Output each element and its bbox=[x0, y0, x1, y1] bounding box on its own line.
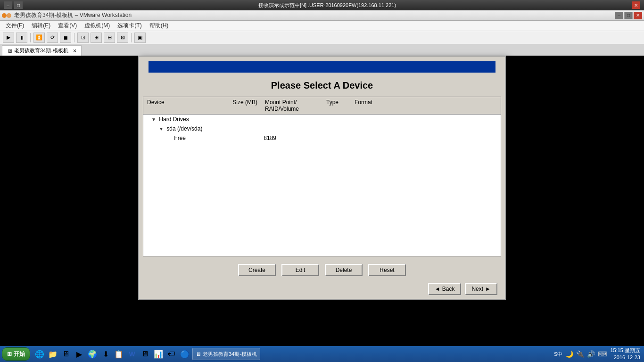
toolbar-btn-10[interactable]: ▣ bbox=[134, 33, 146, 43]
clock[interactable]: 15:15 星期五 2016-12-23 bbox=[610, 347, 640, 362]
clock-date: 2016-12-23 bbox=[610, 354, 640, 361]
moon-icon[interactable]: 🌙 bbox=[565, 350, 573, 358]
taskbar-ie-icon[interactable]: 🌐 bbox=[34, 348, 45, 360]
keyboard-icon[interactable]: ⌨ bbox=[598, 350, 607, 358]
toolbar-separator-3 bbox=[131, 33, 132, 42]
hard-drives-label: ▼ Hard Drives bbox=[147, 116, 232, 123]
toolbar-btn-5[interactable]: ⏹ bbox=[60, 33, 71, 43]
taskbar-chrome-icon[interactable]: 🌍 bbox=[87, 348, 98, 360]
taskbar-word-icon[interactable]: W bbox=[126, 348, 138, 360]
network-icon[interactable]: 🔌 bbox=[576, 350, 584, 358]
vm-content: Please Select A Device Device Size (MB) … bbox=[0, 56, 644, 346]
col-header-size: Size (MB) bbox=[228, 99, 261, 112]
toolbar-separator-1 bbox=[30, 33, 31, 42]
delete-button[interactable]: Delete bbox=[325, 264, 363, 276]
back-button[interactable]: ◄ Back bbox=[428, 283, 462, 295]
taskbar-chart-icon[interactable]: 📊 bbox=[153, 348, 164, 360]
device-table-body: ▼ Hard Drives ▼ sda (/dev/sda) bbox=[143, 115, 501, 256]
free-size: 8189 bbox=[247, 135, 280, 141]
toolbar-btn-1[interactable]: ▶ bbox=[3, 33, 14, 43]
taskbar-download-icon[interactable]: ⬇ bbox=[100, 348, 111, 360]
taskbar-active-item[interactable]: 🖥 老男孩教育34期-模板机 bbox=[192, 348, 260, 360]
tree-row-free[interactable]: ▶ Free 8189 bbox=[143, 133, 501, 143]
device-dialog: Please Select A Device Device Size (MB) … bbox=[138, 56, 506, 300]
toolbar-btn-2[interactable]: ⏸ bbox=[16, 33, 27, 43]
toolbar-btn-4[interactable]: ⟳ bbox=[47, 33, 58, 43]
next-button[interactable]: Next ► bbox=[465, 283, 497, 295]
menu-view[interactable]: 查看(V) bbox=[54, 21, 81, 31]
windows-logo-icon: ⊞ bbox=[7, 351, 12, 357]
device-table-header: Device Size (MB) Mount Point/ RAID/Volum… bbox=[143, 97, 501, 115]
toolbar-btn-8[interactable]: ⊟ bbox=[104, 33, 115, 43]
toolbar-btn-6[interactable]: ⊡ bbox=[77, 33, 89, 43]
start-button[interactable]: ⊞ 开始 bbox=[2, 347, 30, 361]
menu-bar: 文件(F) 编辑(E) 查看(V) 虚拟机(M) 选项卡(T) 帮助(H) bbox=[0, 21, 644, 31]
col-header-device: Device bbox=[143, 99, 228, 112]
back-arrow-icon: ◄ bbox=[435, 286, 440, 292]
vmware-win-controls: – □ ✕ bbox=[615, 12, 642, 19]
shurufa-icon[interactable]: S中 bbox=[554, 351, 562, 358]
tab-vm[interactable]: 🖥 老男孩教育34期-模板机 × bbox=[2, 45, 82, 56]
toolbar-separator-2 bbox=[74, 33, 74, 42]
vmware-logo bbox=[2, 12, 11, 19]
col-header-mount: Mount Point/ RAID/Volume bbox=[261, 99, 322, 112]
dialog-buttons: Create Edit Delete Reset bbox=[139, 260, 505, 281]
taskbar-tag-icon[interactable]: 🏷 bbox=[166, 348, 177, 360]
titlebar-text: 接收演示或示范中[N] .USER-20160920FW(192.168.11.… bbox=[23, 2, 632, 9]
taskbar-media-icon[interactable]: ▶ bbox=[74, 348, 85, 360]
toolbar-btn-9[interactable]: ⊠ bbox=[117, 33, 128, 43]
titlebar-maximize-btn[interactable]: □ bbox=[14, 1, 23, 9]
main-area: Please Select A Device Device Size (MB) … bbox=[0, 56, 644, 346]
next-arrow-icon: ► bbox=[485, 286, 491, 292]
menu-edit[interactable]: 编辑(E) bbox=[28, 21, 54, 31]
volume-icon[interactable]: 🔊 bbox=[587, 350, 595, 358]
titlebar-close-btn[interactable]: ✕ bbox=[632, 1, 640, 9]
titlebar-minimize-btn[interactable]: – bbox=[4, 1, 12, 9]
toolbar-btn-7[interactable]: ⊞ bbox=[91, 33, 102, 43]
menu-tabs[interactable]: 选项卡(T) bbox=[114, 21, 145, 31]
device-table-area: Device Size (MB) Mount Point/ RAID/Volum… bbox=[143, 97, 501, 256]
nav-buttons: ◄ Back Next ► bbox=[139, 281, 505, 299]
col-header-format: Format bbox=[351, 99, 388, 112]
taskbar-right: S中 🌙 🔌 🔊 ⌨ 15:15 星期五 2016-12-23 bbox=[554, 347, 642, 362]
edit-button[interactable]: Edit bbox=[281, 264, 319, 276]
svg-point-1 bbox=[7, 13, 11, 18]
tab-bar: 🖥 老男孩教育34期-模板机 × bbox=[0, 44, 644, 56]
taskbar-items: 🌐 📁 🖥 ▶ 🌍 ⬇ 📋 W 🖥 📊 🏷 🔵 🖥 老男孩教育34期-模板机 bbox=[34, 348, 554, 360]
taskbar-vmware-icon[interactable]: 🖥 bbox=[140, 348, 151, 360]
taskbar-screen-icon[interactable]: 🖥 bbox=[60, 348, 72, 360]
taskbar-explorer-icon[interactable]: 📁 bbox=[47, 348, 58, 360]
taskbar-clipboard-icon[interactable]: 📋 bbox=[113, 348, 124, 360]
tab-label: 老男孩教育34期-模板机 bbox=[14, 47, 68, 54]
toolbar: ▶ ⏸ ⏫ ⟳ ⏹ ⊡ ⊞ ⊟ ⊠ ▣ bbox=[0, 31, 644, 44]
menu-vm[interactable]: 虚拟机(M) bbox=[81, 21, 114, 31]
free-label: ▶ Free bbox=[162, 135, 247, 141]
vmware-title: 老男孩教育34期-模板机 – VMware Workstation bbox=[14, 11, 614, 19]
vmware-minimize-btn[interactable]: – bbox=[615, 12, 623, 19]
sda-arrow: ▼ bbox=[158, 126, 164, 132]
tab-close-btn[interactable]: × bbox=[73, 48, 76, 54]
dialog-title: Please Select A Device bbox=[139, 73, 505, 97]
vmware-bar: 老男孩教育34期-模板机 – VMware Workstation – □ ✕ bbox=[0, 10, 644, 21]
tree-row-sda[interactable]: ▼ sda (/dev/sda) bbox=[143, 124, 501, 133]
menu-file[interactable]: 文件(F) bbox=[2, 21, 28, 31]
tree-row-hard-drives[interactable]: ▼ Hard Drives bbox=[143, 115, 501, 124]
hard-drives-arrow: ▼ bbox=[151, 117, 157, 123]
clock-time: 15:15 星期五 bbox=[610, 347, 640, 354]
vmware-close-btn[interactable]: ✕ bbox=[634, 12, 642, 19]
taskbar-item-icon: 🖥 bbox=[196, 351, 201, 357]
reset-button[interactable]: Reset bbox=[368, 264, 406, 276]
dialog-progress-bar bbox=[149, 61, 495, 73]
create-button[interactable]: Create bbox=[238, 264, 276, 276]
taskbar-xshell-icon[interactable]: 🔵 bbox=[179, 348, 190, 360]
taskbar: ⊞ 开始 🌐 📁 🖥 ▶ 🌍 ⬇ 📋 W 🖥 📊 🏷 🔵 🖥 老男孩教育34期-… bbox=[0, 346, 644, 362]
tab-icon: 🖥 bbox=[7, 48, 12, 54]
toolbar-btn-3[interactable]: ⏫ bbox=[33, 33, 45, 43]
title-bar: – □ 接收演示或示范中[N] .USER-20160920FW(192.168… bbox=[0, 0, 644, 10]
svg-point-0 bbox=[2, 13, 7, 18]
vmware-maximize-btn[interactable]: □ bbox=[624, 12, 633, 19]
col-header-type: Type bbox=[322, 99, 351, 112]
sda-label: ▼ sda (/dev/sda) bbox=[155, 125, 239, 132]
menu-help[interactable]: 帮助(H) bbox=[146, 21, 173, 31]
